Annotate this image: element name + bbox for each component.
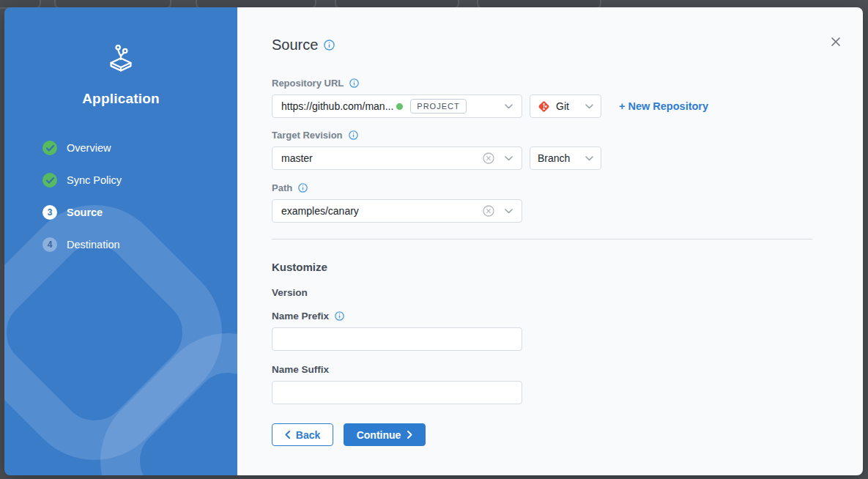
repository-url-value: https://github.com/man... <box>281 100 393 112</box>
path-input[interactable]: examples/canary <box>272 199 522 223</box>
step-label: Source <box>67 207 103 218</box>
check-icon <box>46 177 54 184</box>
name-prefix-input[interactable] <box>272 327 522 351</box>
kustomize-version-label: Version <box>272 287 863 298</box>
info-icon[interactable] <box>324 40 335 51</box>
wizard-content-panel: Source Repository URL https://github.com… <box>237 7 863 475</box>
repository-url-label: Repository URL <box>272 78 344 89</box>
step-label: Sync Policy <box>67 174 122 186</box>
step-number: 4 <box>42 237 57 252</box>
info-icon[interactable] <box>349 78 359 88</box>
step-number: 3 <box>42 205 57 220</box>
name-suffix-label: Name Suffix <box>272 364 329 375</box>
path-label: Path <box>272 182 292 193</box>
step-label: Overview <box>67 142 111 154</box>
chevron-down-icon[interactable] <box>505 209 513 214</box>
clear-icon[interactable] <box>483 152 494 164</box>
path-value: examples/canary <box>281 205 359 217</box>
chevron-down-icon <box>585 156 593 161</box>
repository-url-dropdown[interactable]: https://github.com/man... PROJECT <box>272 94 522 118</box>
name-prefix-label: Name Prefix <box>272 311 329 322</box>
target-revision-input[interactable]: master <box>272 146 522 170</box>
new-repository-link[interactable]: + New Repository <box>619 100 708 112</box>
revision-type-value: Branch <box>538 152 585 164</box>
step-done-icon <box>42 141 57 155</box>
close-icon[interactable] <box>829 35 842 48</box>
chevron-down-icon[interactable] <box>505 104 513 109</box>
name-suffix-input[interactable] <box>272 381 522 404</box>
continue-button[interactable]: Continue <box>344 423 426 446</box>
chevron-left-icon <box>285 431 290 439</box>
project-badge: PROJECT <box>410 99 466 114</box>
info-icon[interactable] <box>349 130 358 140</box>
info-icon[interactable] <box>298 183 308 193</box>
wizard-sidebar: Application Overview Sync Policy 3 Sourc… <box>4 7 237 475</box>
continue-button-label: Continue <box>357 429 401 441</box>
step-overview[interactable]: Overview <box>42 141 237 155</box>
step-done-icon <box>42 173 57 187</box>
chevron-down-icon <box>585 104 593 109</box>
step-sync-policy[interactable]: Sync Policy <box>42 173 237 187</box>
application-wizard-modal: Application Overview Sync Policy 3 Sourc… <box>4 7 863 475</box>
target-revision-value: master <box>281 152 313 164</box>
back-button[interactable]: Back <box>272 423 333 446</box>
page-title: Source <box>272 37 318 53</box>
target-revision-label: Target Revision <box>272 130 343 141</box>
info-icon[interactable] <box>335 311 344 321</box>
git-icon <box>538 100 550 113</box>
chevron-right-icon <box>407 431 412 439</box>
section-divider <box>272 239 812 240</box>
check-icon <box>46 145 54 152</box>
kustomize-section-title: Kustomize <box>272 261 863 273</box>
repo-type-select[interactable]: Git <box>530 94 601 118</box>
wizard-steps: Overview Sync Policy 3 Source 4 Destinat… <box>4 141 237 252</box>
back-button-label: Back <box>296 429 320 441</box>
repo-connected-status-dot <box>396 103 403 110</box>
repo-type-value: Git <box>556 100 585 112</box>
wizard-title: Application <box>4 91 237 107</box>
step-destination[interactable]: 4 Destination <box>42 237 237 252</box>
application-icon <box>104 42 138 76</box>
step-source[interactable]: 3 Source <box>42 205 237 220</box>
clear-icon[interactable] <box>483 205 494 217</box>
step-label: Destination <box>67 239 120 250</box>
chevron-down-icon[interactable] <box>505 156 513 161</box>
revision-type-select[interactable]: Branch <box>530 146 601 170</box>
